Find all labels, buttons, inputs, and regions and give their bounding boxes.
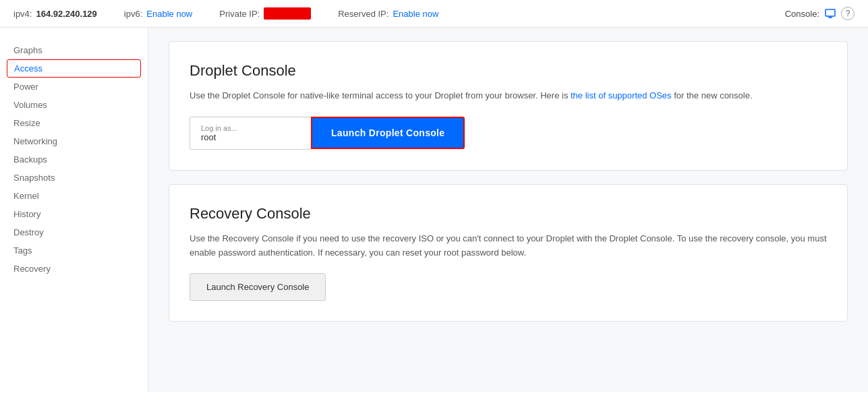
droplet-console-title: Droplet Console — [190, 62, 827, 80]
recovery-console-description: Use the Recovery Console if you need to … — [190, 232, 827, 260]
sidebar-item-power[interactable]: Power — [0, 78, 148, 96]
console-section: Console: ? — [785, 7, 855, 20]
sidebar: Graphs Access Power Volumes Resize Netwo… — [0, 28, 148, 392]
desc-end: for the new console. — [672, 90, 753, 100]
main-content: Droplet Console Use the Droplet Console … — [148, 28, 868, 392]
top-bar: ipv4: 164.92.240.129 ipv6: Enable now Pr… — [0, 0, 868, 28]
private-ip-label: Private IP: — [219, 9, 260, 19]
ipv4-info: ipv4: 164.92.240.129 — [13, 9, 97, 19]
login-as-label: Log in as... — [201, 124, 300, 132]
reserved-ip-label: Reserved IP: — [338, 9, 388, 19]
desc-start: Use the Droplet Console for native-like … — [190, 90, 571, 100]
launch-recovery-console-button[interactable]: Launch Recovery Console — [190, 273, 326, 301]
sidebar-item-networking[interactable]: Networking — [0, 132, 148, 150]
ipv6-info: ipv6: Enable now — [124, 9, 192, 19]
private-ip-redacted — [264, 7, 311, 20]
sidebar-item-kernel[interactable]: Kernel — [0, 187, 148, 205]
sidebar-item-tags[interactable]: Tags — [0, 241, 148, 260]
ipv6-enable-link[interactable]: Enable now — [146, 9, 192, 19]
recovery-console-card: Recovery Console Use the Recovery Consol… — [169, 184, 848, 322]
ipv4-label: ipv4: — [13, 9, 32, 19]
sidebar-item-snapshots[interactable]: Snapshots — [0, 169, 148, 187]
svg-rect-0 — [826, 9, 835, 16]
reserved-ip-info: Reserved IP: Enable now — [338, 9, 438, 19]
console-label: Console: — [785, 9, 819, 19]
sidebar-item-history[interactable]: History — [0, 205, 148, 223]
droplet-console-card: Droplet Console Use the Droplet Console … — [169, 41, 848, 171]
help-icon[interactable]: ? — [841, 7, 855, 20]
page-layout: Graphs Access Power Volumes Resize Netwo… — [0, 28, 868, 392]
console-launch-row: Log in as... root Launch Droplet Console — [190, 117, 827, 150]
recovery-console-title: Recovery Console — [190, 205, 827, 223]
sidebar-item-access[interactable]: Access — [7, 59, 141, 78]
reserved-ip-enable-link[interactable]: Enable now — [393, 9, 438, 19]
sidebar-item-graphs[interactable]: Graphs — [0, 41, 148, 59]
login-as-value: root — [201, 132, 300, 142]
ipv4-value: 164.92.240.129 — [36, 9, 96, 19]
sidebar-item-backups[interactable]: Backups — [0, 150, 148, 169]
login-as-box: Log in as... root — [190, 117, 311, 150]
private-ip-info: Private IP: — [219, 7, 311, 20]
launch-droplet-console-button[interactable]: Launch Droplet Console — [311, 117, 465, 149]
droplet-console-description: Use the Droplet Console for native-like … — [190, 89, 827, 103]
sidebar-item-destroy[interactable]: Destroy — [0, 223, 148, 241]
ipv6-label: ipv6: — [124, 9, 142, 19]
supported-oses-link[interactable]: the list of supported OSes — [571, 90, 672, 100]
sidebar-item-volumes[interactable]: Volumes — [0, 96, 148, 114]
console-monitor-icon[interactable] — [825, 9, 836, 18]
sidebar-item-resize[interactable]: Resize — [0, 114, 148, 132]
sidebar-item-recovery[interactable]: Recovery — [0, 260, 148, 278]
